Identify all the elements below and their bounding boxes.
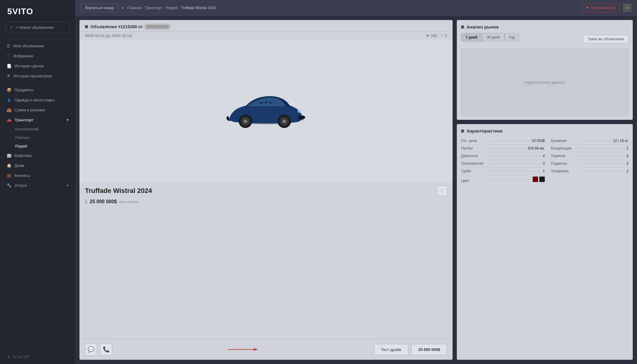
content-area: Объявление #1215288 от 09/05 09:16 (до 1… [75, 16, 637, 364]
chat-icon: 💬 [88, 346, 94, 353]
sidebar-sub-rare[interactable]: Редкий [0, 142, 75, 150]
phone-icon: 📞 [103, 346, 110, 353]
char-grid: Гос. цена 10 000$ Пробег 324.56 км. Двиг… [461, 137, 629, 184]
back-button[interactable]: Вернуться назад [81, 4, 118, 12]
breadcrumb-home[interactable]: Главная [127, 6, 141, 10]
test-drive-button[interactable]: Тест драйв [374, 344, 408, 355]
sidebar-item-items[interactable]: 📦 Предметы [0, 85, 75, 95]
period-year-button[interactable]: Год [504, 33, 519, 42]
sidebar-item-transport[interactable]: 🚗 Транспорт ▾ [0, 115, 75, 125]
market-analysis-panel: Анализ рынка 7 дней 30 дней Год Такие же… [457, 20, 633, 120]
listing-meta-row: 09/05 09:16 (до 16/05 09:16) 👁 100 ♡ 2 [79, 32, 453, 40]
char-row-transmission: Трансмиссия 3 [461, 160, 545, 167]
wrench-icon: 🔧 [7, 183, 12, 188]
heart-icon: ♡ [7, 54, 10, 58]
period-7-button[interactable]: 7 дней [461, 33, 482, 42]
sidebar-item-favorites[interactable]: ♡ Избранное [0, 51, 75, 61]
price-label: цена выкупа [119, 200, 139, 204]
char-row-engine: Двигатель 4 [461, 152, 545, 160]
char-col-right: Багажник 12 / 10 кг. Владельцев 1 Тормоз… [545, 137, 629, 184]
header-actions: ⚑ Пожаловаться × [581, 4, 632, 12]
sidebar-bottom: ✦ GTAV RP [0, 349, 75, 364]
sidebar-item-deal-history[interactable]: 📄 История сделок [0, 61, 75, 71]
car-name-row: Truffade Wistral 2024 ♡ [79, 183, 453, 198]
listing-date: 09/05 09:16 (до 16/05 09:16) [85, 34, 132, 38]
char-row-mileage: Пробег 324.56 км. [461, 145, 545, 152]
chart-area: Недостаточно данных [461, 49, 629, 116]
header-bar: Вернуться назад ■ Главная / Транспорт / … [75, 0, 637, 16]
left-panel: Объявление #1215288 от 09/05 09:16 (до 1… [79, 20, 453, 360]
char-row-trunk: Багажник 12 / 10 кг. [551, 137, 629, 145]
similar-listings-button[interactable]: Такие же объявления [583, 35, 629, 43]
char-title: Характеристики [467, 128, 503, 133]
views-stat: 👁 100 [426, 34, 437, 38]
building-icon: 🏢 [7, 153, 12, 158]
market-title: Анализ рынка [467, 24, 499, 29]
color-swatches [533, 177, 545, 182]
report-button[interactable]: ⚑ Пожаловаться [581, 4, 620, 12]
char-row-tint: Тонировка 2 [551, 167, 629, 175]
sidebar-item-bags[interactable]: 👜 Сумки и рюкзаки [0, 105, 75, 115]
sidebar-item-services[interactable]: 🔧 Услуги ▾ [0, 180, 75, 190]
sidebar-item-apartments[interactable]: 🏢 Квартиры [0, 150, 75, 160]
sidebar-item-business[interactable]: 💼 Бизнесы [0, 170, 75, 180]
hanger-icon: 👗 [7, 98, 12, 102]
bottom-actions: 💬 📞 Тест драйв 25 000 000$ [79, 339, 453, 360]
app-logo: 5VITO [0, 0, 75, 22]
chevron-right-icon: ▾ [67, 184, 69, 187]
period-30-button[interactable]: 30 дней [482, 33, 504, 42]
list-icon: ☰ [7, 44, 10, 48]
no-data-label: Недостаточно данных [525, 80, 565, 85]
listing-square-icon [85, 25, 88, 28]
breadcrumb-current: Truffade Wistral 2024 [181, 6, 216, 10]
sidebar-sub-classic[interactable]: Классический [0, 125, 75, 133]
sidebar-item-houses[interactable]: 🏠 Дома [0, 160, 75, 170]
breadcrumb-transport[interactable]: Транспорт [145, 6, 162, 10]
gtav-logo: ✦ [7, 355, 10, 359]
sidebar-item-clothing[interactable]: 👗 Одежда и аксессуары [0, 95, 75, 105]
chevron-down-icon: ▾ [67, 118, 69, 122]
eye-stat-icon: 👁 [426, 34, 430, 38]
flag-icon: ⚑ [586, 6, 589, 10]
market-title-row: Анализ рынка [461, 24, 629, 29]
sidebar-divider-2 [0, 83, 75, 83]
price-row: $ 25 000 000$ цена выкупа [79, 198, 453, 208]
phone-button[interactable]: 📞 [100, 343, 112, 356]
arrow-line [115, 347, 371, 352]
car-icon: 🚗 [7, 118, 12, 122]
briefcase-icon: 💼 [7, 173, 12, 178]
color-swatch-2 [539, 177, 545, 182]
favorite-button[interactable]: ♡ [437, 186, 447, 196]
eye-icon: 👁 [7, 74, 11, 78]
svg-marker-10 [254, 348, 258, 351]
bag-icon: 👜 [7, 108, 12, 112]
char-row-suspension: Подвеска 3 [551, 160, 629, 167]
listing-user [145, 25, 170, 29]
main-content: Вернуться назад ■ Главная / Транспорт / … [75, 0, 637, 364]
heart-stat-icon: ♡ [440, 34, 444, 38]
svg-point-4 [244, 120, 247, 123]
doc-icon: 📄 [7, 64, 12, 68]
sidebar-item-my-listings[interactable]: ☰ Мои объявления [0, 41, 75, 51]
characteristics-panel: Характеристики Гос. цена 10 000$ Пробег [457, 124, 633, 360]
likes-stat: ♡ 2 [440, 34, 447, 38]
market-square-icon [461, 25, 464, 29]
char-row-turbo: Турбо 1 [461, 167, 545, 175]
sidebar-sub-platinum[interactable]: Platinum [0, 133, 75, 142]
char-row-owners: Владельцев 1 [551, 145, 629, 152]
breadcrumb-sep-3: / [179, 6, 180, 10]
sidebar: 5VITO ＋ + Новое объявление ☰ Мои объявле… [0, 0, 75, 364]
buy-button[interactable]: 25 000 000$ [411, 344, 447, 355]
breadcrumb-separator-square: ■ [122, 6, 124, 9]
breadcrumb-rare[interactable]: Редкий [166, 6, 178, 10]
car-image-area [79, 40, 453, 183]
box-icon: 📦 [7, 88, 12, 92]
sidebar-item-view-history[interactable]: 👁 История просмотров [0, 71, 75, 81]
new-listing-button[interactable]: ＋ + Новое объявление [5, 22, 70, 33]
spacer [79, 208, 453, 339]
listing-header: Объявление #1215288 от [79, 20, 453, 32]
car-name: Truffade Wistral 2024 [85, 187, 152, 195]
chat-button[interactable]: 💬 [85, 343, 97, 356]
right-panel: Анализ рынка 7 дней 30 дней Год Такие же… [457, 20, 633, 360]
close-button[interactable]: × [623, 4, 632, 12]
